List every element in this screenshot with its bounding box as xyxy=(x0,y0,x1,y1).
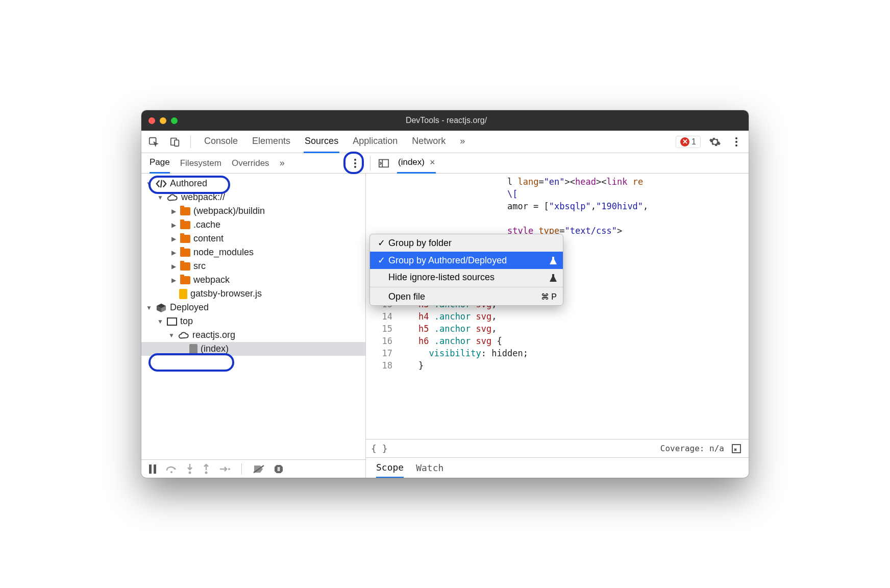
settings-gear-icon[interactable] xyxy=(708,135,722,149)
authored-icon xyxy=(156,179,167,188)
titlebar: DevTools - reactjs.org/ xyxy=(141,110,749,131)
nav-tab-overrides[interactable]: Overrides xyxy=(232,154,269,173)
svg-rect-15 xyxy=(279,467,280,471)
folder-icon xyxy=(180,207,190,215)
navigator-options-button[interactable] xyxy=(350,159,361,168)
tree-index-file[interactable]: (index) xyxy=(141,342,365,356)
svg-rect-7 xyxy=(149,464,152,474)
folder-icon xyxy=(180,276,190,284)
toggle-navigator-icon[interactable] xyxy=(377,156,391,170)
close-window-button[interactable] xyxy=(149,117,155,124)
code-content[interactable]: xxxxxxxxxxxxxxxxxxxxxl lang="en"><head><… xyxy=(398,174,749,439)
error-count-badge[interactable]: ✕ 1 xyxy=(676,136,701,148)
file-tab-label: (index) xyxy=(398,157,425,167)
top-label: top xyxy=(180,316,193,327)
deployed-icon xyxy=(156,303,167,313)
close-tab-icon[interactable]: × xyxy=(430,157,435,168)
step-over-icon[interactable] xyxy=(166,464,177,474)
cloud-icon xyxy=(167,193,178,202)
tree-file-gatsby[interactable]: gatsby-browser.js xyxy=(141,287,365,301)
experiment-flask-icon xyxy=(550,256,557,264)
tree-folder[interactable]: .cache xyxy=(141,218,365,232)
divider xyxy=(190,136,191,148)
inspect-element-icon[interactable] xyxy=(146,135,161,149)
device-toolbar-icon[interactable] xyxy=(168,135,182,149)
traffic-lights xyxy=(149,117,178,124)
svg-point-9 xyxy=(170,471,172,473)
step-into-icon[interactable] xyxy=(186,464,193,474)
tab-console[interactable]: Console xyxy=(203,131,239,153)
menu-group-by-authored-deployed[interactable]: ✓Group by Authored/Deployed xyxy=(370,252,563,269)
menu-group-by-folder[interactable]: ✓Group by folder xyxy=(370,234,563,252)
step-icon[interactable] xyxy=(219,465,230,473)
error-count: 1 xyxy=(691,137,696,146)
frame-icon xyxy=(167,317,177,326)
deployed-label: Deployed xyxy=(170,302,209,313)
deactivate-breakpoints-icon[interactable] xyxy=(253,464,264,474)
svg-rect-14 xyxy=(278,467,279,471)
document-icon xyxy=(189,344,197,354)
jsfile-icon xyxy=(179,289,187,299)
debugger-tabs: Scope Watch xyxy=(366,457,749,478)
tab-watch[interactable]: Watch xyxy=(416,458,443,477)
nav-more-chevron[interactable]: » xyxy=(280,158,285,168)
cloud-icon xyxy=(178,331,189,339)
nav-tab-page[interactable]: Page xyxy=(150,153,170,174)
tree-folder[interactable]: webpack xyxy=(141,273,365,287)
kebab-menu-icon[interactable] xyxy=(729,135,744,149)
tab-sources[interactable]: Sources xyxy=(304,131,339,153)
maximize-window-button[interactable] xyxy=(171,117,178,124)
folder-icon xyxy=(180,235,190,243)
window-title: DevTools - reactjs.org/ xyxy=(182,116,741,125)
svg-rect-8 xyxy=(154,464,156,474)
tree-top-frame[interactable]: top xyxy=(141,314,365,328)
open-file-shortcut: ⌘ P xyxy=(541,292,557,302)
tab-scope[interactable]: Scope xyxy=(376,458,404,478)
sources-subbar: Page Filesystem Overrides » (index) × xyxy=(141,153,749,174)
tab-application[interactable]: Application xyxy=(352,131,399,153)
svg-rect-6 xyxy=(167,318,177,325)
pause-on-exceptions-icon[interactable] xyxy=(274,464,284,474)
tab-network[interactable]: Network xyxy=(411,131,447,153)
svg-rect-3 xyxy=(379,159,388,167)
tree-folder[interactable]: content xyxy=(141,232,365,246)
index-label: (index) xyxy=(201,344,229,354)
editor-statusbar: { } Coverage: n/a xyxy=(366,439,749,457)
debugger-controls xyxy=(141,459,365,478)
error-icon: ✕ xyxy=(680,137,689,146)
file-tab-index[interactable]: (index) × xyxy=(397,153,436,174)
file-tree: Authored webpack:// (webpack)/buildin .c… xyxy=(141,174,365,459)
svg-point-10 xyxy=(189,471,191,474)
folder-icon xyxy=(180,221,190,229)
devtools-window: DevTools - reactjs.org/ Console Elements… xyxy=(141,110,749,478)
menu-hide-ignore-listed[interactable]: Hide ignore-listed sources xyxy=(370,269,563,286)
navigator-sidebar: Authored webpack:// (webpack)/buildin .c… xyxy=(141,174,366,478)
tree-webpack-origin[interactable]: webpack:// xyxy=(141,190,365,204)
menu-open-file[interactable]: Open file⌘ P xyxy=(370,288,563,305)
tree-authored-root[interactable]: Authored xyxy=(141,177,365,190)
tree-folder[interactable]: (webpack)/buildin xyxy=(141,204,365,218)
pretty-print-icon[interactable]: { } xyxy=(371,443,388,454)
navigator-context-menu: ✓Group by folder ✓Group by Authored/Depl… xyxy=(369,234,563,306)
pause-icon[interactable] xyxy=(149,464,157,474)
step-out-icon[interactable] xyxy=(203,464,210,474)
folder-icon xyxy=(180,262,190,271)
svg-line-5 xyxy=(161,180,162,187)
tab-elements[interactable]: Elements xyxy=(251,131,291,153)
tree-deployed-root[interactable]: Deployed xyxy=(141,301,365,314)
show-coverage-icon[interactable] xyxy=(729,442,744,456)
more-tabs-chevron[interactable]: » xyxy=(459,131,466,153)
nav-tab-filesystem[interactable]: Filesystem xyxy=(180,154,221,173)
tree-folder[interactable]: src xyxy=(141,259,365,273)
folder-icon xyxy=(180,249,190,257)
main-toolbar: Console Elements Sources Application Net… xyxy=(141,131,749,153)
svg-rect-2 xyxy=(175,140,179,146)
tree-folder[interactable]: node_modules xyxy=(141,246,365,259)
authored-label: Authored xyxy=(170,178,207,189)
line-gutter: 89101112131415161718 xyxy=(366,174,398,439)
minimize-window-button[interactable] xyxy=(160,117,166,124)
coverage-status: Coverage: n/a xyxy=(660,444,724,453)
code-editor: 89101112131415161718 xxxxxxxxxxxxxxxxxxx… xyxy=(366,174,749,478)
svg-point-11 xyxy=(205,471,208,474)
tree-origin[interactable]: reactjs.org xyxy=(141,328,365,342)
